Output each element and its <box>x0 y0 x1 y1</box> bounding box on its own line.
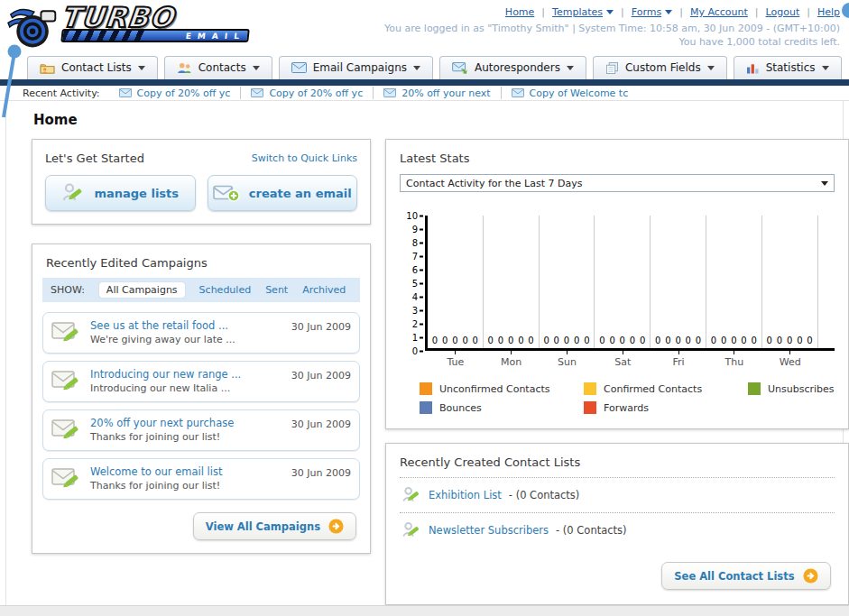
logo-subtitle: EMAIL <box>143 32 247 41</box>
bar-value-label: 0 <box>655 336 660 345</box>
chevron-down-icon <box>821 181 828 186</box>
y-axis-tick-label: 8 <box>412 238 423 248</box>
recent-activity-item[interactable]: Copy of Welcome tc <box>502 87 639 99</box>
campaign-title-link[interactable]: See us at the retail food ... <box>90 319 283 333</box>
legend-swatch <box>748 382 761 395</box>
chart-x-labels: TueMonSunSatFriThuWed <box>428 351 835 368</box>
filter-scheduled[interactable]: Scheduled <box>199 284 252 296</box>
y-axis-tick-label: 9 <box>412 225 423 234</box>
legend-swatch <box>420 382 432 395</box>
bar-value-label: 0 <box>777 336 782 345</box>
turbo-graphic-icon <box>7 4 60 51</box>
header: TURBO EMAIL Home| Templates| Forms| My A… <box>0 0 849 51</box>
nav-link-home[interactable]: Home <box>505 6 534 18</box>
tab-statistics[interactable]: Statistics <box>734 56 842 79</box>
turbo-email-logo[interactable]: TURBO EMAIL <box>7 4 249 51</box>
bar-value-label: 0 <box>787 336 792 345</box>
x-axis-tick-label: Wed <box>762 351 818 368</box>
bar-value-label: 0 <box>721 336 726 345</box>
legend-item: Forwards <box>584 401 748 414</box>
nav-link-logout[interactable]: Logout <box>766 6 800 18</box>
legend-swatch <box>584 382 596 395</box>
bar-value-label: 0 <box>462 336 467 345</box>
logo-bar: EMAIL <box>60 29 250 42</box>
bar-value-label: 0 <box>599 336 604 345</box>
bar-value-label: 0 <box>452 336 457 345</box>
chart-legend: Unconfirmed Contacts Confirmed Contacts … <box>420 382 835 414</box>
person-pencil-icon <box>61 181 85 205</box>
campaigns-title: Recently Edited Campaigns <box>46 256 360 270</box>
switch-quick-links-link[interactable]: Switch to Quick Links <box>252 152 357 164</box>
top-nav: Home| Templates| Forms| My Account| Logo… <box>384 6 840 18</box>
bar-value-label: 0 <box>488 336 494 345</box>
filter-all-campaigns[interactable]: All Campaigns <box>99 282 185 298</box>
y-axis-tick-label: 5 <box>412 279 423 289</box>
tab-email-campaigns[interactable]: Email Campaigns <box>279 56 433 79</box>
recent-activity-item[interactable]: 20% off your next <box>374 87 501 99</box>
nav-link-my-account[interactable]: My Account <box>690 6 748 18</box>
view-all-campaigns-button[interactable]: View All Campaigns <box>193 512 356 540</box>
contact-list-count: - (0 Contacts) <box>556 524 626 537</box>
contact-list-row: Newsletter Subscribers - (0 Contacts) <box>400 512 835 547</box>
campaign-title-link[interactable]: Introducing our new range ... <box>90 368 283 382</box>
stats-period-select[interactable]: Contact Activity for the Last 7 Days <box>400 174 835 192</box>
nav-link-templates[interactable]: Templates <box>552 6 614 18</box>
chevron-down-icon <box>606 10 614 14</box>
envelope-pencil-icon <box>51 417 82 440</box>
chart-y-axis: 109876543210 <box>400 216 425 351</box>
bar-value-label: 0 <box>807 336 812 345</box>
arrow-circle-icon <box>803 568 818 584</box>
envelope-plus-icon <box>213 184 240 202</box>
legend-swatch <box>584 401 596 414</box>
y-axis-tick-label: 4 <box>412 292 423 302</box>
recent-activity-item[interactable]: Copy of 20% off yc <box>241 87 374 99</box>
contact-list-link[interactable]: Exhibition List <box>429 489 502 501</box>
x-axis-tick-label: Sun <box>540 351 595 368</box>
recent-activity-label: Recent Activity: <box>23 87 100 99</box>
bar-value-label: 0 <box>564 336 569 345</box>
x-axis-tick-label: Fri <box>651 351 706 368</box>
envelope-icon <box>291 62 307 73</box>
envelope-pencil-icon <box>51 465 82 489</box>
recent-activity-bar: Recent Activity: Copy of 20% off yc Copy… <box>0 86 849 101</box>
recent-activity-item[interactable]: Copy of 20% off yc <box>109 87 242 99</box>
legend-item: Bounces <box>420 401 584 414</box>
show-label: SHOW: <box>51 284 85 296</box>
credits-text: You have 1,000 total credits left. <box>384 35 840 49</box>
chart-plot-wrap: 00000000000000000000000000000000000 <box>425 216 835 351</box>
filter-archived[interactable]: Archived <box>302 284 346 296</box>
bar-value-label: 0 <box>665 336 670 345</box>
contact-list-row: Exhibition List - (0 Contacts) <box>400 477 835 512</box>
filter-sent[interactable]: Sent <box>265 284 288 296</box>
nav-link-help[interactable]: Help <box>817 6 840 18</box>
tab-custom-fields[interactable]: Custom Fields <box>593 56 727 79</box>
bar-value-label: 0 <box>731 336 736 345</box>
person-pencil-icon <box>401 520 421 540</box>
bar-value-label: 0 <box>675 336 680 345</box>
envelope-icon <box>251 88 263 97</box>
chevron-down-icon <box>138 66 145 70</box>
legend-swatch <box>420 401 432 414</box>
bar-value-label: 0 <box>609 336 614 345</box>
tab-autoresponders[interactable]: Autoresponders <box>439 56 586 79</box>
tab-contact-lists[interactable]: Contact Lists <box>27 56 158 79</box>
tab-contacts[interactable]: Contacts <box>164 56 272 79</box>
recently-edited-campaigns-panel: Recently Edited Campaigns SHOW: All Camp… <box>32 244 371 554</box>
get-started-title: Let's Get Started <box>45 152 144 165</box>
main-content: Home Let's Get Started Switch to Quick L… <box>5 101 844 605</box>
campaign-filter-bar: SHOW: All Campaigns Scheduled Sent Archi… <box>42 278 360 302</box>
logo-text-block: TURBO EMAIL <box>61 4 249 42</box>
create-email-button[interactable]: create an email <box>208 175 358 211</box>
see-all-contact-lists-button[interactable]: See All Contact Lists <box>661 562 830 590</box>
envelope-pencil-icon <box>51 368 82 391</box>
chevron-down-icon <box>413 66 420 70</box>
right-column: Latest Stats Contact Activity for the La… <box>385 139 849 605</box>
bar-value-label: 0 <box>584 336 589 345</box>
campaign-title-link[interactable]: Welcome to our email list <box>90 465 283 479</box>
contact-list-link[interactable]: Newsletter Subscribers <box>429 524 549 537</box>
nav-link-forms[interactable]: Forms <box>632 6 672 18</box>
x-axis-tick-label: Tue <box>428 351 484 368</box>
campaign-title-link[interactable]: 20% off your next purchase <box>90 417 283 430</box>
separator: | <box>621 6 624 18</box>
manage-lists-button[interactable]: manage lists <box>45 175 196 211</box>
